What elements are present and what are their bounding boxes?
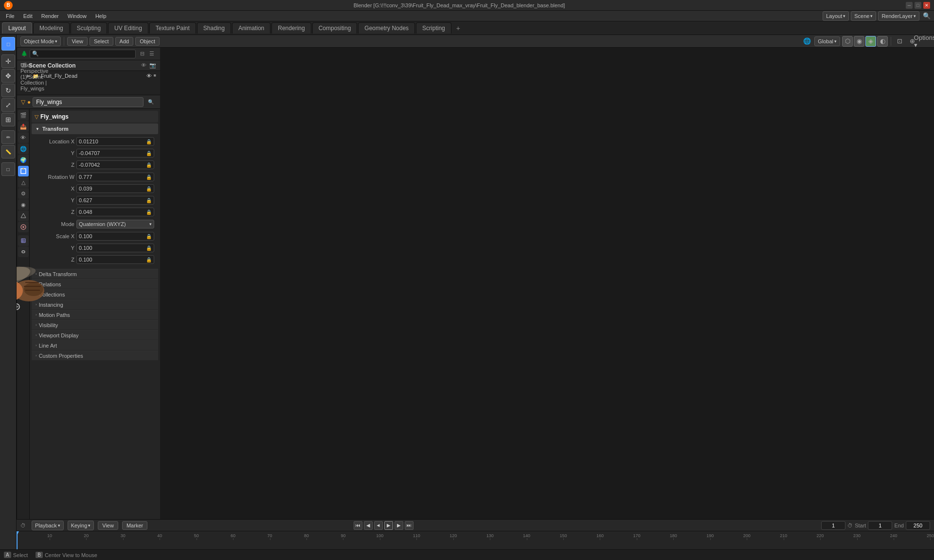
end-frame-input[interactable]: 250 bbox=[906, 521, 930, 530]
tab-animation[interactable]: Animation bbox=[232, 22, 270, 34]
scale-x-field[interactable]: 0.100 🔒 bbox=[76, 232, 154, 241]
rotation-x-field[interactable]: 0.039 🔒 bbox=[76, 184, 154, 193]
location-x-field[interactable]: 0.01210 🔒 bbox=[76, 137, 154, 146]
rotation-x-lock[interactable]: 🔒 bbox=[146, 186, 152, 192]
shading-material-btn[interactable]: ◈ bbox=[865, 36, 876, 47]
rotation-z-field[interactable]: 0.048 🔒 bbox=[76, 208, 154, 216]
location-z-field[interactable]: -0.07042 🔒 bbox=[76, 160, 154, 169]
prev-keyframe-btn[interactable]: ◀ bbox=[364, 521, 373, 530]
prop-tab-view[interactable]: 👁 bbox=[18, 132, 29, 143]
scene-eye-icon[interactable]: 👁 bbox=[141, 62, 146, 69]
prop-tab-physics[interactable] bbox=[18, 210, 29, 221]
next-keyframe-btn[interactable]: ▶ bbox=[395, 521, 403, 530]
playback-dropdown[interactable]: Playback ▾ bbox=[32, 521, 64, 530]
tab-modeling[interactable]: Modeling bbox=[33, 22, 70, 34]
scene-cam-icon[interactable]: 📷 bbox=[149, 62, 156, 69]
tool-rotate[interactable]: ↻ bbox=[1, 84, 15, 97]
current-frame-display[interactable]: 1 bbox=[821, 521, 845, 530]
search-button[interactable]: 🔍 bbox=[921, 11, 932, 21]
prop-tab-object[interactable] bbox=[18, 166, 29, 176]
rotation-y-lock[interactable]: 🔒 bbox=[146, 198, 152, 203]
viewport-select-menu[interactable]: Select bbox=[90, 37, 113, 46]
prop-tab-output[interactable]: 📤 bbox=[18, 121, 29, 132]
tab-scripting[interactable]: Scripting bbox=[416, 22, 451, 34]
scene-dropdown[interactable]: Scene ▾ bbox=[851, 11, 876, 21]
prop-tab-modifier[interactable]: ⚙ bbox=[18, 188, 29, 199]
obj-name-input[interactable] bbox=[33, 97, 144, 107]
start-frame-input[interactable]: 1 bbox=[868, 521, 892, 530]
rotation-w-field[interactable]: 0.777 🔒 bbox=[76, 173, 154, 181]
select-key-badge[interactable]: A bbox=[4, 552, 11, 558]
obj-prop-icon[interactable]: 🔍 bbox=[145, 97, 156, 107]
prop-tab-world[interactable]: 🌍 bbox=[18, 155, 29, 165]
rotation-w-lock[interactable]: 🔒 bbox=[146, 175, 152, 180]
scale-z-field[interactable]: 0.100 🔒 bbox=[76, 255, 154, 264]
timeline-marker-btn[interactable]: Marker bbox=[122, 521, 147, 530]
options-button-vp[interactable]: Options ▾ bbox=[919, 36, 930, 47]
menu-window[interactable]: Window bbox=[64, 12, 90, 20]
line-art-header[interactable]: › Line Art bbox=[32, 340, 158, 350]
tool-transform[interactable]: ⊞ bbox=[1, 113, 15, 126]
keying-dropdown[interactable]: Keying ▾ bbox=[68, 521, 94, 530]
rotation-mode-dropdown[interactable]: Quaternion (WXYZ) ▾ bbox=[76, 220, 154, 228]
tab-compositing[interactable]: Compositing bbox=[312, 22, 358, 34]
outliner-search-field[interactable]: 🔍 bbox=[30, 50, 136, 58]
jump-to-start-btn[interactable]: ⏮ bbox=[354, 521, 362, 530]
viewport-view-menu[interactable]: View bbox=[67, 37, 88, 46]
outliner-options-icon[interactable]: ☰ bbox=[147, 50, 156, 58]
prop-tab-render[interactable]: 🎬 bbox=[18, 110, 29, 121]
rotation-z-lock[interactable]: 🔒 bbox=[146, 210, 152, 215]
tab-sculpting[interactable]: Sculpting bbox=[71, 22, 107, 34]
tool-select-box[interactable]: ◻ bbox=[1, 37, 15, 51]
viewport-object-menu[interactable]: Object bbox=[135, 37, 160, 46]
location-y-field[interactable]: -0.04707 🔒 bbox=[76, 149, 154, 158]
timeline-view-btn[interactable]: View bbox=[98, 521, 118, 530]
prop-tab-mesh[interactable]: △ bbox=[18, 177, 29, 188]
overlay-toggle[interactable]: ⊡ bbox=[894, 36, 905, 47]
custom-properties-header[interactable]: › Custom Properties bbox=[32, 350, 158, 360]
render-layer-dropdown[interactable]: RenderLayer ▾ bbox=[878, 11, 919, 21]
tool-scale[interactable]: ⤢ bbox=[1, 98, 15, 112]
tab-shading[interactable]: Shading bbox=[197, 22, 231, 34]
tool-move[interactable]: ✥ bbox=[1, 69, 15, 83]
close-button[interactable]: ✕ bbox=[923, 2, 930, 9]
outliner-filter-icon[interactable]: ⊟ bbox=[138, 50, 146, 58]
maximize-button[interactable]: □ bbox=[915, 2, 921, 9]
add-workspace-button[interactable]: + bbox=[452, 22, 464, 34]
tab-rendering[interactable]: Rendering bbox=[271, 22, 311, 34]
minimize-button[interactable]: ─ bbox=[906, 2, 913, 9]
tool-annotate[interactable]: ✏ bbox=[1, 130, 15, 144]
prop-tab-particles[interactable]: ◉ bbox=[18, 199, 29, 210]
tab-geometry-nodes[interactable]: Geometry Nodes bbox=[358, 22, 415, 34]
vis-eye-0[interactable]: 👁 bbox=[146, 73, 152, 79]
play-reverse-btn[interactable]: ◄ bbox=[374, 521, 383, 530]
menu-help[interactable]: Help bbox=[91, 12, 110, 20]
tool-measure[interactable]: 📏 bbox=[1, 145, 15, 158]
viewport-add-menu[interactable]: Add bbox=[115, 37, 134, 46]
menu-render[interactable]: Render bbox=[37, 12, 63, 20]
shading-solid-btn[interactable]: ◉ bbox=[854, 36, 864, 47]
tab-uv-editing[interactable]: UV Editing bbox=[108, 22, 148, 34]
shading-render-btn[interactable]: ◐ bbox=[877, 36, 888, 47]
tool-cursor[interactable]: ✛ bbox=[1, 54, 15, 68]
center-view-badge[interactable]: B bbox=[36, 552, 43, 558]
menu-edit[interactable]: Edit bbox=[19, 12, 36, 20]
tab-texture-paint[interactable]: Texture Paint bbox=[149, 22, 196, 34]
jump-to-end-btn[interactable]: ⏭ bbox=[405, 521, 413, 530]
rotation-y-field[interactable]: 0.627 🔒 bbox=[76, 196, 154, 205]
workspace-name-dropdown[interactable]: Layout ▾ bbox=[823, 11, 849, 21]
viewport-mode-dropdown[interactable]: Object Mode ▾ bbox=[20, 36, 61, 46]
tab-layout[interactable]: Layout bbox=[2, 22, 32, 34]
tool-add-object[interactable]: □ bbox=[1, 162, 15, 176]
prop-tab-material[interactable] bbox=[18, 222, 29, 232]
location-z-lock[interactable]: 🔒 bbox=[146, 162, 152, 168]
scale-y-field[interactable]: 0.100 🔒 bbox=[76, 244, 154, 252]
scale-z-lock[interactable]: 🔒 bbox=[146, 257, 152, 262]
transform-header[interactable]: ▼ Transform bbox=[32, 123, 158, 134]
viewport-global-dropdown[interactable]: Global ▾ bbox=[814, 36, 840, 46]
viewport-shading-icon[interactable]: 🌐 bbox=[802, 36, 812, 47]
scale-y-lock[interactable]: 🔒 bbox=[146, 245, 152, 251]
location-x-lock[interactable]: 🔒 bbox=[146, 139, 152, 144]
shading-wire-btn[interactable]: ⬡ bbox=[842, 36, 853, 47]
prop-tab-scene[interactable]: 🌐 bbox=[18, 143, 29, 154]
